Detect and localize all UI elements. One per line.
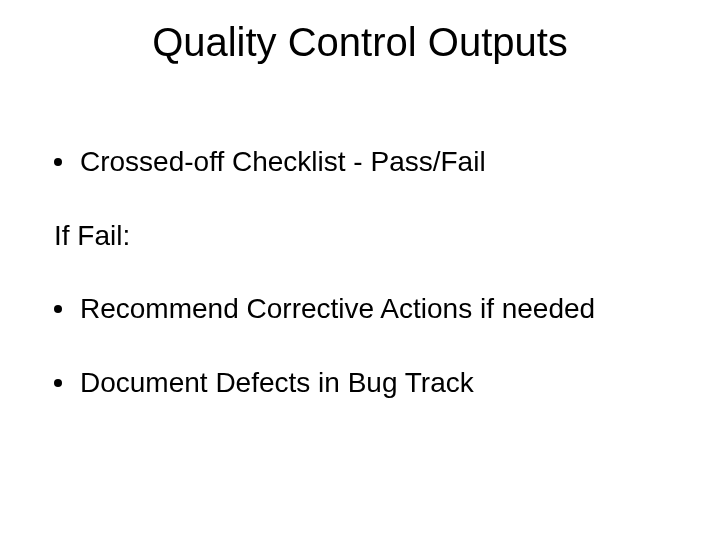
- bullet-dot-icon: [54, 305, 62, 313]
- bullet-item: Document Defects in Bug Track: [54, 366, 666, 400]
- bullet-dot-icon: [54, 158, 62, 166]
- bullet-item: Recommend Corrective Actions if needed: [54, 292, 666, 326]
- bullet-text: Crossed-off Checklist - Pass/Fail: [80, 145, 486, 179]
- slide-body: Crossed-off Checklist - Pass/Fail If Fai…: [54, 145, 666, 439]
- bullet-dot-icon: [54, 379, 62, 387]
- bullet-text: Document Defects in Bug Track: [80, 366, 474, 400]
- bullet-item: Crossed-off Checklist - Pass/Fail: [54, 145, 666, 179]
- if-fail-label: If Fail:: [54, 219, 666, 253]
- slide: Quality Control Outputs Crossed-off Chec…: [0, 0, 720, 540]
- bullet-text: Recommend Corrective Actions if needed: [80, 292, 595, 326]
- slide-title: Quality Control Outputs: [0, 20, 720, 65]
